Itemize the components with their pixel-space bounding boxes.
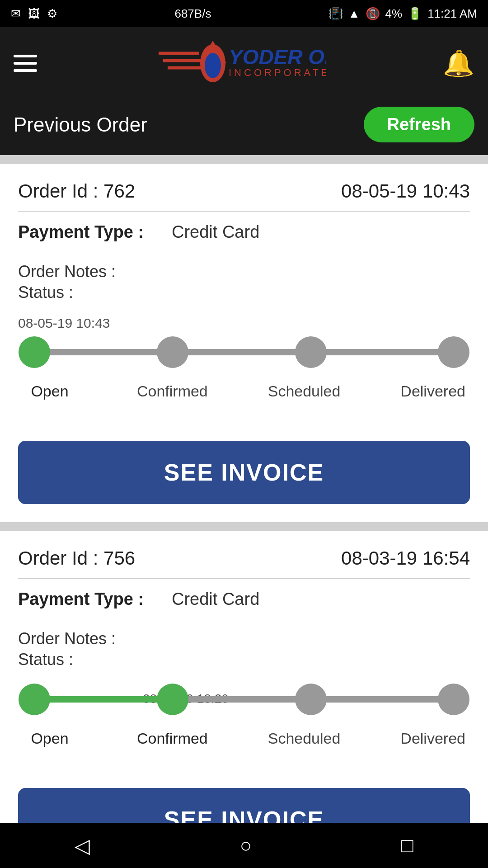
see-invoice-button-0[interactable]: SEE INVOICE bbox=[18, 441, 470, 504]
order-header-1: Order Id : 756 08-03-19 16:54 bbox=[18, 547, 470, 579]
battery-level: 4% bbox=[385, 7, 403, 21]
status-right: 📳 ▲ 📵 4% 🔋 11:21 AM bbox=[328, 7, 477, 21]
gmail-icon: ✉ bbox=[11, 7, 21, 21]
back-button[interactable]: ◁ bbox=[75, 834, 90, 857]
progress-track-1: 08-03-19 18:20 Open Confirmed Scheduled … bbox=[18, 696, 470, 747]
payment-row-0: Payment Type : Credit Card bbox=[18, 212, 470, 253]
navbar: YODER OIL INCORPORATED 🔔 bbox=[0, 27, 488, 99]
order-id-1: Order Id : 756 bbox=[18, 547, 135, 569]
content-area: Order Id : 762 08-05-19 10:43 Payment Ty… bbox=[0, 155, 488, 868]
signal-icon: 📵 bbox=[366, 7, 380, 21]
logo-svg: YODER OIL INCORPORATED bbox=[154, 36, 326, 90]
payment-row-1: Payment Type : Credit Card bbox=[18, 579, 470, 620]
android-nav-bar: ◁ ○ □ bbox=[0, 823, 488, 868]
hamburger-menu[interactable] bbox=[14, 55, 37, 72]
order-id-0: Order Id : 762 bbox=[18, 180, 135, 202]
notification-bell[interactable]: 🔔 bbox=[443, 48, 474, 78]
order-card-0: Order Id : 762 08-05-19 10:43 Payment Ty… bbox=[0, 164, 488, 522]
order-notes-0: Order Notes : Status : 08-05-19 10:43 Op… bbox=[18, 253, 470, 427]
status-bar: ✉ 🖼 ⚙ 687B/s 📳 ▲ 📵 4% 🔋 11:21 AM bbox=[0, 0, 488, 27]
refresh-button[interactable]: Refresh bbox=[364, 107, 475, 142]
recents-button[interactable]: □ bbox=[401, 834, 413, 857]
network-speed: 687B/s bbox=[174, 7, 211, 21]
svg-point-5 bbox=[205, 53, 221, 78]
sub-header: Previous Order Refresh bbox=[0, 99, 488, 155]
order-date-0: 08-05-19 10:43 bbox=[341, 180, 470, 202]
home-button[interactable]: ○ bbox=[239, 834, 252, 857]
page-title: Previous Order bbox=[14, 113, 147, 136]
order-card-1: Order Id : 756 08-03-19 16:54 Payment Ty… bbox=[0, 531, 488, 868]
settings-icon: ⚙ bbox=[47, 7, 57, 21]
clock: 11:21 AM bbox=[427, 7, 477, 21]
svg-text:YODER OIL: YODER OIL bbox=[229, 45, 326, 69]
status-left: ✉ 🖼 ⚙ bbox=[11, 7, 57, 21]
logo: YODER OIL INCORPORATED bbox=[154, 36, 326, 90]
svg-text:INCORPORATED: INCORPORATED bbox=[229, 67, 326, 78]
progress-track-0: Open Confirmed Scheduled Delivered bbox=[18, 349, 470, 400]
order-notes-1: Order Notes : Status : 08-03-19 18:20 bbox=[18, 620, 470, 774]
wifi-icon: ▲ bbox=[348, 7, 360, 21]
order-header-0: Order Id : 762 08-05-19 10:43 bbox=[18, 180, 470, 212]
vibrate-icon: 📳 bbox=[328, 7, 343, 21]
order-date-1: 08-03-19 16:54 bbox=[341, 547, 470, 569]
battery-icon: 🔋 bbox=[408, 7, 422, 21]
photo-icon: 🖼 bbox=[28, 7, 40, 21]
